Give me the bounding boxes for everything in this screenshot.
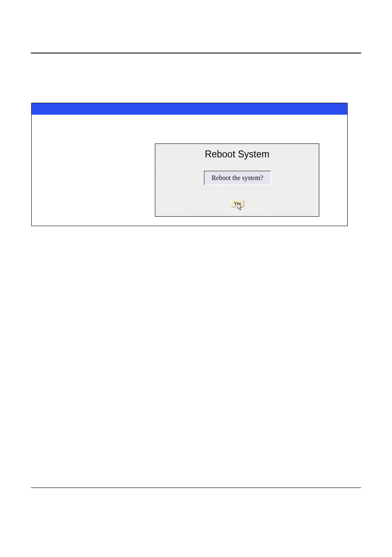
- yes-button[interactable]: Yes: [231, 200, 244, 207]
- reboot-panel: Reboot System Reboot the system? Yes: [155, 143, 319, 217]
- question-box: Reboot the system?: [204, 171, 271, 185]
- question-text: Reboot the system?: [212, 174, 263, 182]
- dialog-title: Reboot System: [155, 149, 319, 160]
- window-titlebar: [32, 103, 347, 115]
- yes-button-label: Yes: [234, 201, 241, 207]
- footer-divider: [31, 488, 361, 488]
- header-divider: [31, 53, 361, 53]
- dialog-window: Reboot System Reboot the system? Yes: [31, 103, 348, 226]
- page-container: Reboot System Reboot the system? Yes: [0, 0, 392, 557]
